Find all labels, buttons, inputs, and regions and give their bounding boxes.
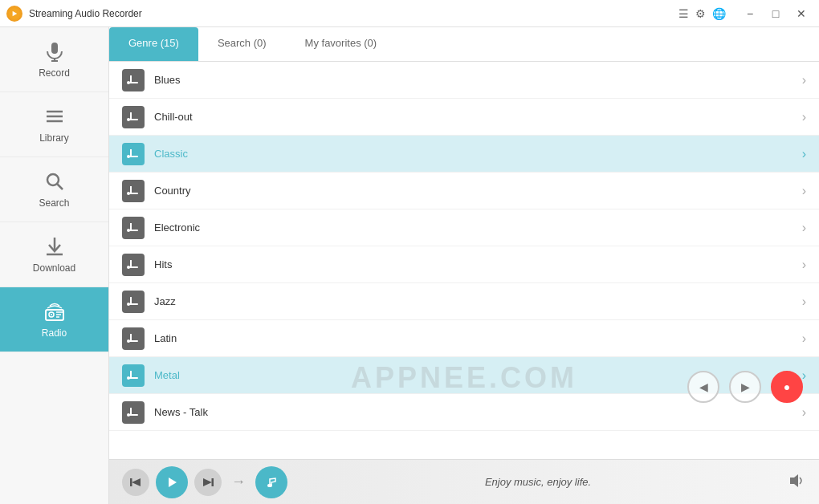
sidebar-item-download[interactable]: Download	[0, 222, 108, 287]
svg-point-28	[127, 192, 130, 195]
search-icon	[43, 170, 66, 193]
prev-icon	[130, 477, 141, 488]
globe-icon[interactable]: 🌐	[712, 7, 726, 20]
genre-name-country: Country	[154, 185, 802, 197]
transport-record-button[interactable]: ●	[771, 371, 803, 403]
window-controls: − □ ✕	[739, 5, 813, 22]
transport-controls: ◀ ▶ ●	[687, 371, 803, 403]
genre-icon-chillout	[122, 106, 145, 128]
app-title: Streaming Audio Recorder	[29, 8, 678, 19]
genre-arrow-country: ›	[802, 184, 806, 198]
svg-point-7	[47, 174, 59, 185]
genre-item-jazz[interactable]: Jazz ›	[109, 283, 819, 320]
minimize-button[interactable]: −	[739, 5, 761, 22]
next-button[interactable]	[194, 469, 222, 496]
genre-name-electronic: Electronic	[154, 222, 802, 234]
music-note-button[interactable]	[255, 466, 287, 498]
svg-point-19	[127, 81, 130, 84]
svg-marker-49	[169, 478, 177, 487]
play-button[interactable]	[156, 466, 188, 498]
genre-icon-latin	[122, 327, 145, 350]
svg-marker-50	[203, 478, 212, 486]
svg-point-53	[269, 484, 272, 487]
genre-item-latin[interactable]: Latin ›	[109, 320, 819, 357]
genre-icon-electronic	[122, 217, 145, 239]
transport-back-button[interactable]: ◀	[687, 371, 719, 403]
genre-item-country[interactable]: Country ›	[109, 173, 819, 209]
radio-icon	[43, 300, 66, 323]
genre-icon-country	[122, 180, 145, 202]
svg-point-31	[127, 229, 130, 232]
genre-item-chillout[interactable]: Chill-out ›	[109, 99, 819, 136]
genre-item-blues[interactable]: Blues ›	[109, 62, 819, 99]
tab-genre[interactable]: Genre (15)	[109, 27, 198, 61]
sidebar-download-label: Download	[33, 262, 75, 274]
content-wrapper: Genre (15) Search (0) My favorites (0) B…	[109, 27, 819, 459]
svg-point-43	[127, 376, 130, 380]
genre-arrow-classic: ›	[802, 147, 806, 161]
genre-item-hits[interactable]: Hits ›	[109, 246, 819, 283]
svg-marker-54	[790, 474, 798, 487]
svg-rect-48	[130, 478, 132, 486]
transport-play-button[interactable]: ▶	[729, 371, 761, 403]
settings-icon[interactable]: ⚙	[695, 7, 706, 20]
genre-arrow-chillout: ›	[802, 110, 806, 124]
app-logo	[6, 6, 22, 22]
svg-marker-47	[132, 478, 141, 486]
svg-point-34	[127, 266, 130, 269]
sidebar-radio-label: Radio	[42, 327, 67, 339]
sidebar-search-label: Search	[39, 197, 69, 209]
download-icon	[43, 235, 66, 258]
genre-icon-newstalk	[122, 401, 145, 424]
genre-icon-hits	[122, 254, 145, 276]
genre-icon-jazz	[122, 291, 145, 313]
arrow-icon: →	[231, 474, 246, 490]
titlebar-icons: ☰ ⚙ 🌐	[678, 7, 726, 20]
svg-point-40	[127, 339, 130, 343]
sidebar-item-search[interactable]: Search	[0, 157, 108, 222]
genre-item-electronic[interactable]: Electronic ›	[109, 209, 819, 246]
svg-rect-45	[130, 408, 132, 416]
sidebar-library-label: Library	[39, 132, 69, 144]
genre-item-classic[interactable]: Classic ›	[109, 136, 819, 173]
maximize-button[interactable]: □	[764, 5, 787, 22]
genre-name-newstalk: News - Talk	[154, 406, 802, 418]
svg-rect-1	[51, 43, 58, 54]
svg-point-46	[127, 413, 130, 417]
genre-name-jazz: Jazz	[154, 295, 802, 307]
svg-rect-27	[130, 186, 132, 194]
tab-search[interactable]: Search (0)	[198, 27, 286, 61]
volume-icon	[788, 472, 806, 493]
genre-icon-blues	[122, 69, 145, 91]
svg-point-25	[127, 155, 130, 158]
music-note-icon	[265, 476, 278, 489]
sidebar-record-label: Record	[39, 67, 70, 79]
svg-rect-36	[130, 297, 132, 305]
titlebar: Streaming Audio Recorder ☰ ⚙ 🌐 − □ ✕	[0, 0, 819, 27]
genre-arrow-latin: ›	[802, 331, 806, 346]
sidebar-item-library[interactable]: Library	[0, 92, 108, 157]
sidebar-item-radio[interactable]: Radio	[0, 287, 108, 352]
genre-arrow-newstalk: ›	[802, 405, 806, 420]
tab-favorites[interactable]: My favorites (0)	[286, 27, 397, 61]
player-bar: → Enjoy music, enjoy life.	[109, 459, 819, 504]
sidebar: Record Library Search Download	[0, 27, 109, 504]
sidebar-item-record[interactable]: Record	[0, 27, 108, 92]
genre-name-chillout: Chill-out	[154, 111, 802, 123]
close-button[interactable]: ✕	[790, 5, 813, 22]
play-icon	[165, 476, 178, 489]
svg-rect-30	[130, 223, 132, 231]
genre-arrow-electronic: ›	[802, 221, 806, 235]
svg-line-8	[57, 184, 63, 189]
genre-name-blues: Blues	[154, 74, 802, 86]
svg-rect-42	[130, 371, 132, 379]
svg-point-37	[127, 303, 130, 306]
prev-button[interactable]	[122, 469, 149, 496]
menu-icon[interactable]: ☰	[678, 7, 689, 20]
svg-rect-33	[130, 260, 132, 268]
mic-icon	[43, 40, 66, 63]
genre-icon-classic	[122, 143, 145, 165]
genre-name-hits: Hits	[154, 258, 802, 270]
svg-rect-21	[130, 112, 132, 120]
genre-arrow-jazz: ›	[802, 295, 806, 309]
